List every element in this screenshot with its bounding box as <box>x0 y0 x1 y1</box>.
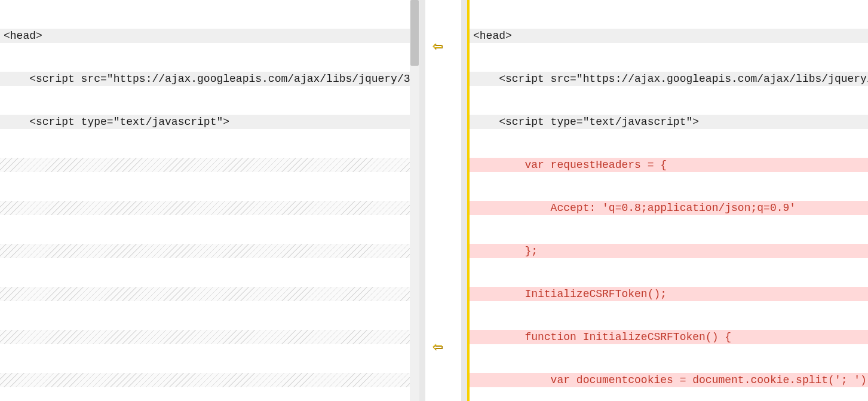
code-line: <script src="https://ajax.googleapis.com… <box>0 72 410 86</box>
added-line: InitializeCSRFToken(); <box>470 287 868 301</box>
code-line: <script src="https://ajax.googleapis.com… <box>470 72 868 86</box>
missing-line <box>0 158 410 172</box>
code-line: <script type="text/javascript"> <box>0 115 410 129</box>
code-line: <head> <box>470 29 868 43</box>
missing-line <box>0 244 410 258</box>
added-line: var requestHeaders = { <box>470 158 868 172</box>
diff-pane-right[interactable]: <head> <script src="https://ajax.googlea… <box>467 0 868 401</box>
merge-left-arrow-icon[interactable]: ⇦ <box>433 340 443 354</box>
missing-line <box>0 330 410 344</box>
missing-line <box>0 373 410 387</box>
added-line: Accept: 'q=0.8;application/json;q=0.9' <box>470 201 868 215</box>
added-line: }; <box>470 244 868 258</box>
missing-line <box>0 201 410 215</box>
added-line: var documentcookies = document.cookie.sp… <box>470 373 868 387</box>
merge-left-arrow-icon[interactable]: ⇦ <box>433 39 443 54</box>
code-line: <script type="text/javascript"> <box>470 115 868 129</box>
missing-line <box>0 287 410 301</box>
diff-gutter[interactable]: ⇦ ⇦ <box>419 0 467 401</box>
scrollbar-left[interactable] <box>410 0 419 401</box>
scroll-thumb[interactable] <box>410 0 419 66</box>
gutter-inner <box>425 0 461 401</box>
code-line: <head> <box>0 29 410 43</box>
added-line: function InitializeCSRFToken() { <box>470 330 868 344</box>
diff-pane-left[interactable]: <head> <script src="https://ajax.googlea… <box>0 0 410 401</box>
